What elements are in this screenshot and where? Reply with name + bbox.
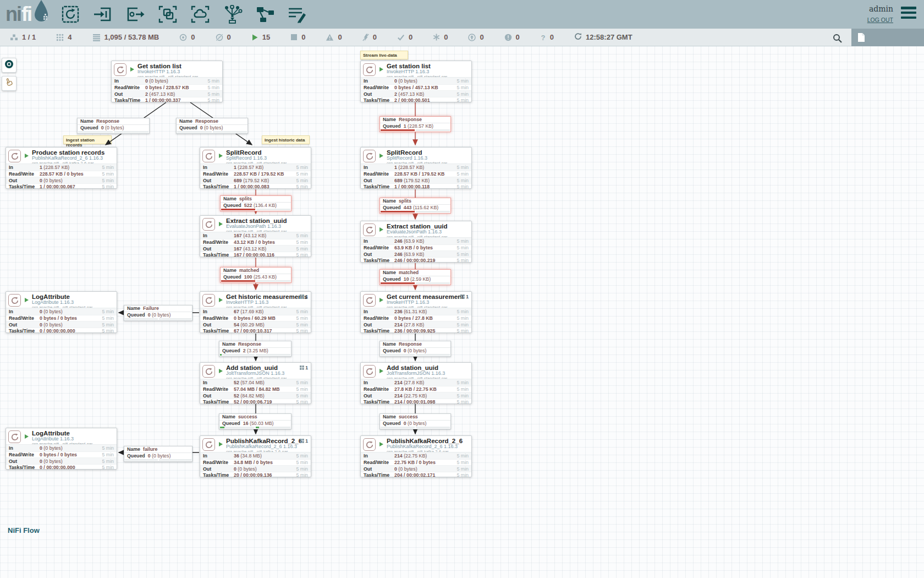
arrow-up-circle-icon bbox=[468, 34, 476, 41]
stat-row-out: Out0 (0 bytes)5 min bbox=[6, 177, 117, 183]
running-status-icon bbox=[380, 298, 383, 302]
processor-split-record-left[interactable]: SplitRecord SplitRecord 1.16.3 org.apach… bbox=[200, 147, 311, 189]
connection-success-right[interactable]: Namesuccess Queued0 (0 bytes) bbox=[380, 413, 451, 429]
logout-link[interactable]: LOG OUT bbox=[867, 15, 893, 24]
processor-publish-kafka-left[interactable]: PublishKafkaRecord_2_6 PublishKafkaRecor… bbox=[200, 435, 311, 477]
processor-get-station-list-left[interactable]: Get station list InvokeHTTP 1.16.3 org.a… bbox=[111, 61, 223, 102]
stat-row-out: Out689 (179.52 KB)5 min bbox=[200, 177, 311, 183]
processor-component-icon[interactable] bbox=[61, 4, 80, 24]
connection-queued: 443 (115.62 KB) bbox=[404, 205, 438, 210]
last-refresh: 12:58:27 GMT bbox=[574, 32, 632, 42]
operate-palette-button[interactable] bbox=[2, 76, 16, 91]
navigate-palette-button[interactable] bbox=[2, 58, 16, 73]
stat-row-in: In0 (0 bytes)5 min bbox=[112, 78, 222, 84]
connection-name: Failure bbox=[143, 306, 159, 311]
stat-row-tasks: Tasks/Time246 / 00:00:00.2195 min bbox=[361, 257, 471, 264]
threads-grid-icon bbox=[300, 366, 304, 370]
stat-row-out: Out246 (63.9 KB)5 min bbox=[361, 250, 471, 257]
connection-matched-left[interactable]: Namematched Queued100 (25.43 KB) bbox=[220, 267, 292, 283]
process-group-component-icon[interactable] bbox=[158, 4, 178, 24]
connection-response-right-1[interactable]: NameResponse Queued1 (228.57 KB) bbox=[380, 116, 451, 132]
stat-row-tasks: Tasks/Time2 / 00:00:00.5015 min bbox=[361, 97, 471, 103]
connection-success-left[interactable]: Namesuccess Queued16 (50.03 MB) bbox=[219, 413, 292, 429]
flow-status-bar: 1 / 1 4 1,095 / 53.78 MB 0 0 15 0 0 0 0 bbox=[0, 29, 924, 46]
processor-bundle: org.apache.nifi - nifi-kafka-2-6-nar bbox=[387, 450, 463, 452]
asterisk-icon bbox=[433, 34, 440, 41]
connection-response-to-produce[interactable]: NameResponse Queued0 (0 bytes) bbox=[77, 118, 150, 134]
processor-log-attribute-upper[interactable]: LogAttribute LogAttribute 1.16.3 org.apa… bbox=[6, 291, 117, 333]
stat-row-tasks: Tasks/Time0 / 00:00:00.0005 min bbox=[6, 328, 117, 334]
backpressure-bars bbox=[381, 282, 450, 284]
connection-matched-right[interactable]: Namematched Queued10 (2.59 KB) bbox=[380, 269, 451, 285]
label-component-icon[interactable] bbox=[288, 4, 307, 24]
backpressure-count-bar bbox=[125, 459, 158, 461]
refresh-icon[interactable] bbox=[574, 32, 582, 42]
stop-icon bbox=[290, 34, 298, 41]
running-status-icon bbox=[219, 442, 223, 446]
connection-response-right-2[interactable]: NameResponse Queued0 (0 bytes) bbox=[380, 341, 451, 357]
backpressure-size-bar bbox=[159, 318, 192, 320]
running-status-icon bbox=[219, 298, 223, 302]
play-icon bbox=[251, 34, 258, 41]
stat-row-tasks: Tasks/Time167 / 00:00:00.1165 min bbox=[200, 252, 311, 258]
stat-row-in: In67 (17.69 KB)5 min bbox=[200, 308, 311, 315]
crosshair-icon bbox=[4, 59, 14, 71]
processor-get-current-measurement[interactable]: Get current measurement InvokeHTTP 1.16.… bbox=[360, 291, 472, 333]
excl-circle-icon bbox=[504, 34, 512, 41]
funnel-component-icon[interactable] bbox=[223, 4, 243, 24]
processor-get-station-list-right[interactable]: Get station list InvokeHTTP 1.16.3 org.a… bbox=[360, 61, 472, 102]
processor-extract-station-uuid-right[interactable]: Extract station_uuid EvaluateJsonPath 1.… bbox=[360, 221, 472, 263]
backpressure-bars bbox=[220, 354, 290, 356]
processor-type-icon bbox=[363, 365, 376, 378]
backpressure-size-bar bbox=[416, 282, 450, 284]
status-queued: 1,095 / 53.78 MB bbox=[92, 33, 160, 41]
processor-type-icon bbox=[8, 294, 21, 307]
stat-row-in: In236 (61.31 KB)5 min bbox=[361, 308, 471, 315]
connection-failure-to-log-lower[interactable]: Namefailure Queued0 (0 bytes) bbox=[124, 446, 193, 462]
refresh-time-label: 12:58:27 GMT bbox=[586, 33, 632, 41]
list-icon bbox=[92, 34, 101, 41]
processor-publish-kafka-right[interactable]: PublishKafkaRecord_2_6 PublishKafkaRecor… bbox=[360, 435, 472, 477]
remote-process-group-component-icon[interactable] bbox=[190, 4, 210, 24]
connection-queued: 10 (2.59 KB) bbox=[404, 276, 431, 282]
input-port-component-icon[interactable] bbox=[93, 4, 113, 24]
connection-splits-left[interactable]: Namesplits Queued522 (136.4 KB) bbox=[220, 195, 292, 211]
status-history-panel-button[interactable] bbox=[851, 29, 924, 46]
processor-get-historic-measurements[interactable]: Get historic measurements InvokeHTTP 1.1… bbox=[200, 291, 311, 333]
processor-add-station-uuid-right[interactable]: Add station_uuid JoltTransformJSON 1.16.… bbox=[360, 362, 472, 404]
stat-row-tasks: Tasks/Time236 / 00:00:09.9255 min bbox=[361, 328, 471, 334]
canvas-label[interactable]: Ingest historic data bbox=[262, 135, 310, 144]
threads-grid-icon bbox=[300, 439, 304, 443]
connection-response-left-2[interactable]: NameResponse Queued2 (3.25 MB) bbox=[219, 341, 292, 357]
processor-split-record-right[interactable]: SplitRecord SplitRecord 1.16.3 org.apach… bbox=[360, 147, 472, 189]
processor-bundle: org.apache.nifi - nifi-standard-nar bbox=[138, 75, 198, 78]
question-icon: ? bbox=[540, 34, 546, 41]
output-port-component-icon[interactable] bbox=[125, 4, 145, 24]
stat-row-out: Out0 (0 bytes)5 min bbox=[200, 465, 311, 472]
processor-extract-station-uuid-left[interactable]: Extract station_uuid EvaluateJsonPath 1.… bbox=[200, 215, 311, 257]
cluster-icon bbox=[10, 34, 18, 41]
processor-bundle: org.apache.nifi - nifi-standard-nar bbox=[226, 230, 287, 232]
connection-queued: 0 (0 bytes) bbox=[101, 125, 124, 130]
search-button[interactable] bbox=[831, 31, 844, 45]
stat-row-in: In0 (0 bytes)5 min bbox=[361, 78, 471, 84]
stat-row-out: Out0 (0 bytes)5 min bbox=[6, 457, 117, 464]
processor-log-attribute-lower[interactable]: LogAttribute LogAttribute 1.16.3 org.apa… bbox=[6, 428, 117, 470]
global-menu-icon[interactable] bbox=[901, 7, 916, 19]
connection-splits-right[interactable]: Namesplits Queued443 (115.62 KB) bbox=[380, 198, 451, 214]
stat-row-tasks: Tasks/Time1 / 00:00:00.0675 min bbox=[6, 183, 117, 190]
breadcrumb[interactable]: NiFi Flow bbox=[8, 526, 40, 535]
stat-row-in: In52 (57.04 MB)5 min bbox=[200, 379, 311, 386]
canvas-label[interactable]: Stream live-data bbox=[360, 51, 408, 59]
template-component-icon[interactable] bbox=[255, 4, 275, 24]
connection-queued: 0 (0 bytes) bbox=[148, 453, 171, 459]
backpressure-count-bar bbox=[381, 282, 415, 284]
processor-bundle: org.apache.nifi - nifi-standard-nar bbox=[32, 442, 92, 445]
processor-add-station-uuid-left[interactable]: Add station_uuid JoltTransformJSON 1.16.… bbox=[200, 362, 311, 404]
bullseye-icon bbox=[179, 34, 187, 41]
flow-canvas[interactable]: Stream live-data Ingest station records … bbox=[0, 46, 924, 578]
processor-produce-station-records[interactable]: Produce station records PublishKafkaReco… bbox=[6, 147, 117, 189]
connection-response-to-split-left[interactable]: NameResponse Queued0 (0 bytes) bbox=[176, 118, 248, 134]
connection-failure-to-log-upper[interactable]: NameFailure Queued0 (0 bytes) bbox=[124, 305, 193, 321]
canvas-label[interactable]: Ingest station records bbox=[63, 135, 112, 144]
